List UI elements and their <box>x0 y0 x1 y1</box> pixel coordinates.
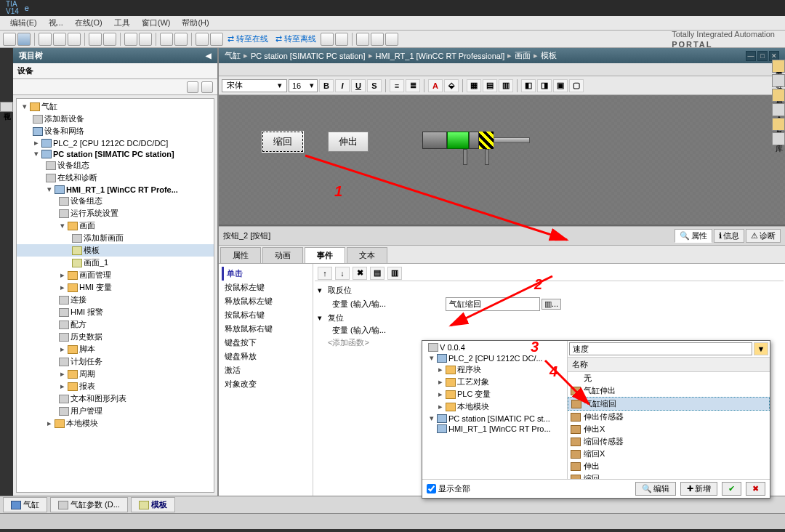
align-a-icon[interactable]: ≡ <box>390 79 404 92</box>
tool-a-icon[interactable] <box>196 33 209 46</box>
tree-tool-b-icon[interactable] <box>201 81 213 93</box>
title-bar: TIAV14 e <box>0 0 785 16</box>
size-select[interactable]: 16▾ <box>289 79 318 92</box>
menu-help[interactable]: 帮助(H) <box>176 17 214 28</box>
italic-button[interactable]: I <box>335 79 350 92</box>
right-side-tabs: 工具箱 动画 布局 命令 任务 库 <box>772 60 785 145</box>
func-del-icon[interactable]: ✖ <box>353 267 367 280</box>
tool-f-icon[interactable] <box>371 33 384 46</box>
event-list[interactable]: 单击 按鼠标左键 释放鼠标左键 按鼠标右键 释放鼠标右键 键盘按下 键盘释放 激… <box>219 264 313 496</box>
picker-filter-icon[interactable]: ▼ <box>754 342 768 355</box>
tag-browse-button[interactable]: ▥... <box>542 299 561 310</box>
picker-tag-list[interactable]: 无 气缸伸出 气缸缩回 伸出传感器 伸出X 缩回传感器 缩回X 伸出 缩回 <box>568 372 770 479</box>
func-b-icon[interactable]: ▥ <box>387 267 402 280</box>
tab-diagnostics[interactable]: ⚠诊断 <box>746 229 781 243</box>
layer-d-icon[interactable]: ▢ <box>569 79 584 92</box>
tree-tool-a-icon[interactable] <box>187 81 198 93</box>
tool-download-icon[interactable] <box>124 33 137 46</box>
func-down-icon[interactable]: ↓ <box>335 267 350 280</box>
side-tab-visualization[interactable]: 可视化 <box>0 102 13 112</box>
tab-cylinder-params[interactable]: 气缸参数 (D... <box>50 497 128 512</box>
picker-tag-selected: 气缸缩回 <box>568 397 770 411</box>
tool-undo-icon[interactable] <box>89 33 102 46</box>
tag-input[interactable]: 气缸缩回 <box>446 297 540 311</box>
status-bar <box>0 513 785 529</box>
align-b-icon[interactable]: ≣ <box>406 79 420 92</box>
hmi-canvas[interactable]: 缩回 伸出 <box>219 95 785 226</box>
tool-cut-icon[interactable] <box>39 33 52 46</box>
arrange-a-icon[interactable]: ▦ <box>467 79 481 92</box>
go-online-link[interactable]: ⇄ 转至在线 <box>225 33 271 44</box>
menu-tools[interactable]: 工具 <box>108 17 136 28</box>
tool-e-icon[interactable] <box>356 33 369 46</box>
tree-node-template[interactable]: 模板 <box>17 244 214 257</box>
project-tree[interactable]: ▾气缸 添加新设备 设备和网络 ▸PLC_2 [CPU 1212C DC/DC/… <box>16 98 214 493</box>
sidetab-lib[interactable]: 库 <box>772 132 785 145</box>
tool-new-icon[interactable] <box>3 33 16 46</box>
picker-new-button[interactable]: ✚新增 <box>680 482 717 496</box>
subtab-events[interactable]: 事件 <box>305 247 345 263</box>
sidetab-anim[interactable]: 动画 <box>772 74 785 87</box>
picker-ok-button[interactable]: ✔ <box>722 482 741 496</box>
tool-copy-icon[interactable] <box>53 33 66 46</box>
tool-g-icon[interactable] <box>385 33 398 46</box>
bold-button[interactable]: B <box>319 79 334 92</box>
picker-column-name[interactable]: 名称 <box>568 357 770 372</box>
tab-properties[interactable]: 🔍属性 <box>675 229 712 243</box>
arrange-c-icon[interactable]: ▥ <box>499 79 513 92</box>
layer-a-icon[interactable]: ◧ <box>521 79 536 92</box>
hmi-button-retract[interactable]: 缩回 <box>262 132 303 152</box>
layer-c-icon[interactable]: ▣ <box>553 79 568 92</box>
func-a-icon[interactable]: ▤ <box>370 267 385 280</box>
hmi-button-extend[interactable]: 伸出 <box>328 132 369 152</box>
tool-compile-icon[interactable] <box>160 33 173 46</box>
tool-upload-icon[interactable] <box>139 33 152 46</box>
picker-edit-button[interactable]: 🔍编辑 <box>635 482 676 496</box>
sidetab-cmd[interactable]: 命令 <box>772 103 785 116</box>
menu-online[interactable]: 在线(O) <box>69 17 108 28</box>
picker-cancel-button[interactable]: ✖ <box>746 482 765 496</box>
tool-d-icon[interactable] <box>335 33 348 46</box>
tag-picker-popup: V 0.0.4 ▾PLC_2 [CPU 1212C DC/... ▸程序块 ▸工… <box>422 340 770 499</box>
strike-button[interactable]: S <box>367 79 382 92</box>
cylinder-graphic <box>422 132 539 153</box>
layer-b-icon[interactable]: ◨ <box>537 79 552 92</box>
breadcrumb: 气缸▸ PC station [SIMATIC PC station]▸ HMI… <box>219 48 785 63</box>
sidetab-layout[interactable]: 布局 <box>772 89 785 102</box>
tab-template[interactable]: 模板 <box>131 497 175 512</box>
tab-cylinder[interactable]: 气缸 <box>3 497 47 512</box>
tab-info[interactable]: ℹ信息 <box>714 229 744 243</box>
event-key-down: 键盘按下 <box>222 336 310 350</box>
color-b-icon[interactable]: ⬙ <box>444 79 459 92</box>
property-header: 按钮_2 [按钮] 🔍属性 ℹ信息 ⚠诊断 <box>219 226 785 246</box>
go-offline-link[interactable]: ⇄ 转至离线 <box>273 33 319 44</box>
event-release-lmb: 释放鼠标左键 <box>222 294 310 308</box>
menu-window[interactable]: 窗口(W) <box>136 17 177 28</box>
tool-save-icon[interactable] <box>17 33 31 46</box>
subtab-text[interactable]: 文本 <box>347 247 387 263</box>
tool-sim-icon[interactable] <box>174 33 188 46</box>
func-up-icon[interactable]: ↑ <box>318 267 332 280</box>
win-max-icon[interactable]: □ <box>757 51 768 61</box>
show-all-checkbox[interactable]: 显示全部 <box>427 483 470 494</box>
sidetab-tools[interactable]: 工具箱 <box>772 60 785 73</box>
menu-edit[interactable]: 编辑(E) <box>4 17 43 28</box>
win-min-icon[interactable]: — <box>746 51 756 61</box>
font-select[interactable]: 宋体▾ <box>222 79 287 92</box>
tool-c-icon[interactable] <box>321 33 334 46</box>
sidetab-tasks[interactable]: 任务 <box>772 118 785 131</box>
tool-b-icon[interactable] <box>210 33 223 46</box>
event-obj-change: 对象改变 <box>222 377 310 391</box>
subtab-animations[interactable]: 动画 <box>262 247 303 263</box>
arrange-b-icon[interactable]: ▤ <box>483 79 497 92</box>
picker-tree[interactable]: V 0.0.4 ▾PLC_2 [CPU 1212C DC/... ▸程序块 ▸工… <box>422 341 568 479</box>
subtab-properties[interactable]: 属性 <box>220 247 261 263</box>
picker-search-input[interactable] <box>569 342 752 355</box>
color-a-icon[interactable]: A <box>428 79 443 92</box>
tool-redo-icon[interactable] <box>103 33 116 46</box>
tool-paste-icon[interactable] <box>68 33 81 46</box>
underline-button[interactable]: U <box>351 79 366 92</box>
menu-view[interactable]: 视... <box>43 17 69 28</box>
collapse-tree-icon[interactable]: ◀ <box>206 52 212 60</box>
event-press-lmb: 按鼠标左键 <box>222 281 310 294</box>
